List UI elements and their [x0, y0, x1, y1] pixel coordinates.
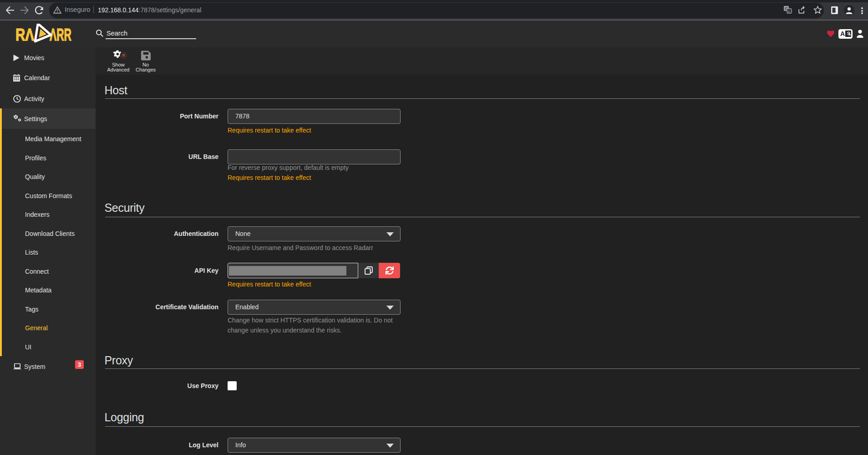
svg-text:ΛRR: ΛRR — [50, 26, 71, 43]
svg-text:x: x — [788, 10, 790, 14]
svg-text:RΛ: RΛ — [15, 26, 34, 43]
